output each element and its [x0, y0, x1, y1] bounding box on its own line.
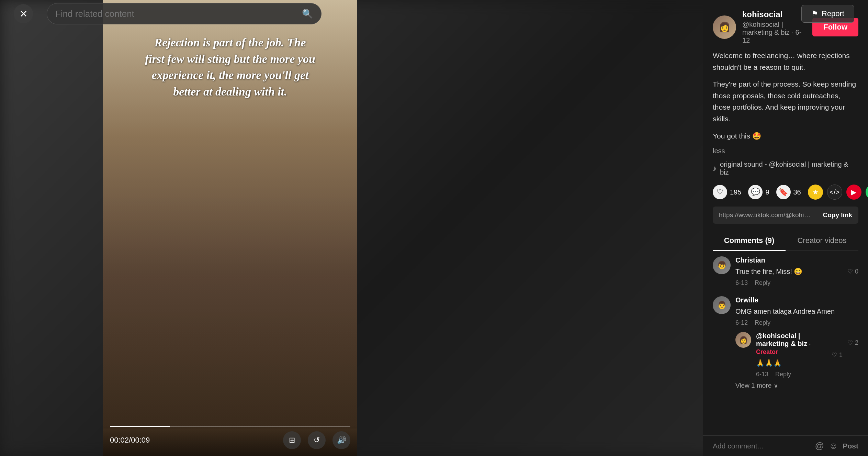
- link-text: https://www.tiktok.com/@kohisocial/video…: [713, 207, 816, 224]
- video-quote-text: Rejection is part of the job. The first …: [144, 34, 316, 100]
- post-button[interactable]: Post: [843, 442, 858, 450]
- share-tiktok-button[interactable]: ▶: [846, 185, 861, 200]
- creator-tag: Creator: [756, 348, 778, 355]
- creator-badge: ·: [809, 341, 811, 347]
- flag-icon: ⚑: [811, 9, 818, 18]
- autoplay-button[interactable]: ↺: [308, 431, 326, 449]
- view-more-button[interactable]: View 1 more ∨: [735, 381, 778, 389]
- progress-fill: [110, 426, 170, 427]
- comment-username: Orwille: [735, 296, 843, 304]
- comment-like: ♡ 0: [847, 256, 858, 287]
- emoji-button[interactable]: ☺: [829, 441, 838, 451]
- comments-section: 👦 Christian True the fire, Miss! 😄 6-13 …: [703, 251, 868, 435]
- video-player: Rejection is part of the job. The first …: [103, 0, 357, 456]
- comment-input-bar: @ ☺ Post: [703, 435, 868, 456]
- chevron-down-icon: ∨: [774, 381, 778, 389]
- share-code-button[interactable]: </>: [827, 185, 842, 200]
- reply-meta: 6-13 Reply: [756, 371, 827, 378]
- tabs-row: Comments (9) Creator videos: [713, 231, 858, 251]
- sound-text: original sound - @kohisocial | marketing…: [720, 160, 858, 176]
- comment-like-2: ♡ 2: [847, 296, 858, 389]
- copy-link-button[interactable]: Copy link: [816, 207, 858, 224]
- reply-reply-button[interactable]: Reply: [775, 371, 791, 378]
- comment-avatar-christian: 👦: [713, 256, 731, 274]
- less-link[interactable]: less: [703, 147, 868, 155]
- comment-item: 👦 Christian True the fire, Miss! 😄 6-13 …: [713, 256, 858, 287]
- share-star-button[interactable]: ★: [808, 185, 823, 200]
- heart-icon: ♡: [713, 185, 727, 199]
- comment-button[interactable]: 💬 9: [748, 185, 769, 199]
- bookmark-button[interactable]: 🔖 36: [776, 185, 801, 199]
- reply-avatar: 👩: [735, 332, 751, 348]
- comment-meta: 6-12 Reply: [735, 319, 843, 326]
- reply-username: @kohisocial | marketing & biz · Creator: [756, 332, 827, 356]
- mute-button[interactable]: 🔊: [332, 431, 350, 449]
- comment-meta: 6-13 Reply: [735, 279, 843, 287]
- comment-text: OMG amen talaga Andrea Amen: [735, 306, 843, 316]
- share-icons: ★ </> ▶ 💬 f ↗: [808, 185, 868, 200]
- progress-bar[interactable]: [110, 426, 350, 427]
- comment-input[interactable]: [713, 442, 810, 450]
- reply-item: 👩 @kohisocial | marketing & biz · Creato…: [735, 332, 843, 378]
- like-icon: ♡: [847, 268, 853, 275]
- reply-button[interactable]: Reply: [755, 279, 770, 287]
- search-bar: 🔍: [47, 3, 322, 24]
- comment-username: Christian: [735, 256, 843, 264]
- close-button[interactable]: ✕: [14, 4, 33, 23]
- desc-line1: Welcome to freelancing… where rejections…: [713, 50, 858, 73]
- comment-text: True the fire, Miss! 😄: [735, 266, 843, 277]
- screenshot-button[interactable]: ⊞: [283, 431, 301, 449]
- comment-icon: 💬: [748, 185, 763, 199]
- desc-line2: They're part of the process. So keep sen…: [713, 78, 858, 124]
- link-row: https://www.tiktok.com/@kohisocial/video…: [713, 207, 858, 224]
- controls-row: 00:02/00:09 ⊞ ↺ 🔊: [110, 431, 350, 449]
- mention-button[interactable]: @: [815, 441, 824, 451]
- top-bar: ✕ 🔍 ⚑ Report: [0, 0, 868, 27]
- report-button[interactable]: ⚑ Report: [801, 5, 854, 23]
- video-person-area: [103, 188, 357, 429]
- time-display: 00:02/00:09: [110, 436, 150, 445]
- desc-line3: You got this 🤩: [713, 130, 858, 142]
- like-icon: ♡: [847, 339, 853, 347]
- video-controls: 00:02/00:09 ⊞ ↺ 🔊: [103, 426, 357, 456]
- reply-button[interactable]: Reply: [755, 319, 770, 326]
- search-icon-button[interactable]: 🔍: [302, 9, 313, 19]
- comment-body-christian: Christian True the fire, Miss! 😄 6-13 Re…: [735, 256, 843, 287]
- main-content: Rejection is part of the job. The first …: [0, 0, 868, 456]
- description: Welcome to freelancing… where rejections…: [703, 50, 868, 147]
- reply-text: 🙏🙏🙏: [756, 358, 827, 368]
- tab-comments[interactable]: Comments (9): [713, 231, 786, 251]
- reply-body: @kohisocial | marketing & biz · Creator …: [756, 332, 827, 378]
- search-input[interactable]: [55, 9, 302, 19]
- reply-like: ♡ 1: [832, 332, 843, 378]
- tab-creator-videos[interactable]: Creator videos: [786, 231, 858, 251]
- control-buttons: ⊞ ↺ 🔊: [283, 431, 350, 449]
- sound-row: ♪ original sound - @kohisocial | marketi…: [703, 160, 868, 176]
- share-whatsapp-button[interactable]: 💬: [866, 185, 868, 200]
- bookmark-icon: 🔖: [776, 185, 791, 199]
- video-background[interactable]: Rejection is part of the job. The first …: [103, 0, 357, 456]
- actions-row: ♡ 195 💬 9 🔖 36 ★ </> ▶ 💬 f ↗: [703, 185, 868, 200]
- comment-item: 👨 Orwille OMG amen talaga Andrea Amen 6-…: [713, 296, 858, 389]
- music-icon: ♪: [713, 164, 717, 173]
- comment-body-orwille: Orwille OMG amen talaga Andrea Amen 6-12…: [735, 296, 843, 389]
- like-button[interactable]: ♡ 195: [713, 185, 741, 199]
- like-icon: ♡: [832, 351, 837, 359]
- right-panel: 👩 kohisocial @kohisocial | marketing & b…: [703, 0, 868, 456]
- comment-avatar-orwille: 👨: [713, 296, 731, 314]
